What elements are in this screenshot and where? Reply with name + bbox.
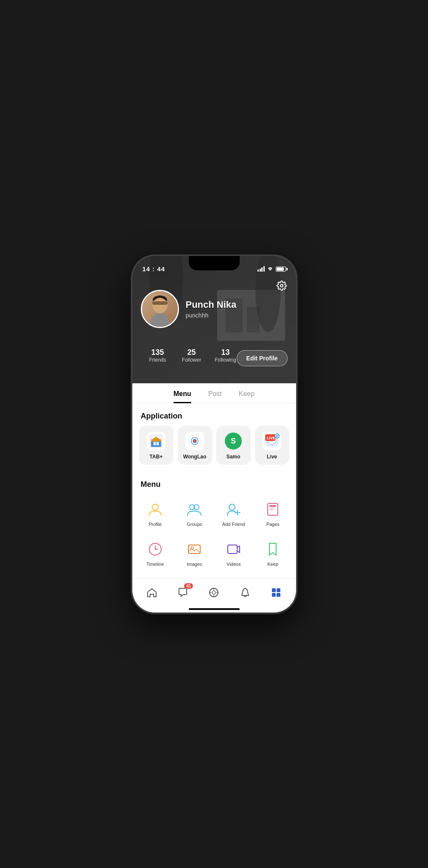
- friends-count: 135: [151, 348, 164, 357]
- messages-icon: 41: [174, 584, 191, 601]
- home-icon: [143, 584, 160, 601]
- menu-keep-label: Keep: [267, 561, 278, 567]
- main-content: Menu Post Keep Application: [132, 383, 296, 612]
- svg-rect-54: [277, 588, 280, 592]
- friends-label: Friends: [149, 357, 166, 363]
- battery-icon: [276, 267, 286, 272]
- app-live[interactable]: LIVE Live: [255, 426, 289, 465]
- menu-item-add-friend[interactable]: Add Friend: [214, 494, 254, 534]
- menu-add-friend-label: Add Friend: [222, 521, 245, 527]
- svg-point-48: [212, 591, 215, 594]
- following-label: Following: [215, 357, 236, 363]
- svg-rect-53: [272, 588, 276, 592]
- app-tab-plus[interactable]: TAB+: [139, 426, 173, 465]
- svg-rect-55: [272, 593, 276, 597]
- notifications-icon: [237, 584, 254, 601]
- wonglao-icon: [185, 432, 204, 450]
- videos-icon: [225, 541, 242, 558]
- svg-rect-56: [277, 593, 280, 597]
- keep-icon: [264, 541, 281, 558]
- svg-rect-32: [269, 505, 276, 507]
- signal-bars-icon: [257, 266, 265, 272]
- svg-rect-38: [228, 545, 237, 553]
- tab-keep[interactable]: Keep: [239, 390, 255, 403]
- grid-icon: [268, 584, 285, 601]
- app-grid: TAB+: [132, 426, 296, 472]
- timeline-icon: [147, 541, 164, 558]
- add-friend-icon: [225, 501, 242, 518]
- menu-item-groups[interactable]: Groups: [175, 494, 214, 534]
- profile-info: Punch Nika punchhh: [141, 290, 288, 328]
- svg-point-0: [280, 284, 283, 287]
- menu-videos-label: Videos: [227, 561, 241, 567]
- menu-profile-label: Profile: [148, 521, 162, 527]
- nav-messages[interactable]: 41: [174, 584, 191, 601]
- profile-name-section: Punch Nika punchhh: [186, 299, 237, 319]
- menu-images-label: Images: [187, 561, 202, 567]
- menu-item-images[interactable]: Images: [175, 534, 214, 574]
- samo-icon: S: [224, 432, 243, 450]
- groups-icon: [186, 501, 203, 518]
- menu-item-timeline[interactable]: Timeline: [136, 534, 175, 574]
- nav-grid[interactable]: [268, 584, 285, 601]
- following-count: 13: [221, 348, 229, 357]
- svg-point-28: [229, 504, 235, 510]
- application-section-title: Application: [132, 403, 296, 426]
- tab-plus-icon: [147, 432, 165, 450]
- app-live-label: Live: [267, 454, 277, 460]
- follower-label: Follower: [182, 357, 201, 363]
- tab-post[interactable]: Post: [208, 390, 222, 403]
- svg-rect-8: [157, 442, 159, 445]
- menu-item-pages[interactable]: Pages: [253, 494, 293, 534]
- follower-count: 25: [187, 348, 196, 357]
- avatar[interactable]: [141, 290, 179, 328]
- messages-badge: 41: [184, 583, 193, 589]
- svg-rect-3: [152, 301, 168, 305]
- bottom-nav: 41: [132, 579, 296, 612]
- nav-home[interactable]: [143, 584, 160, 601]
- nav-discover[interactable]: [205, 584, 222, 601]
- svg-point-24: [276, 435, 278, 437]
- edit-profile-button[interactable]: Edit Profile: [237, 350, 288, 366]
- profile-username: punchhh: [186, 312, 237, 319]
- app-wonglao[interactable]: WongLao: [178, 426, 212, 465]
- avatar-image: [142, 291, 178, 327]
- menu-item-keep[interactable]: Keep: [253, 534, 293, 574]
- menu-item-profile[interactable]: Profile: [136, 494, 175, 534]
- app-tab-plus-label: TAB+: [150, 454, 163, 460]
- menu-section-title: Menu: [132, 472, 296, 494]
- menu-groups-label: Groups: [187, 521, 202, 527]
- notch: [189, 256, 240, 270]
- friends-stat[interactable]: 135 Friends: [141, 348, 175, 363]
- profile-icon: [147, 501, 164, 518]
- pages-icon: [264, 501, 281, 518]
- phone-screen: 14 : 44: [132, 256, 296, 612]
- app-samo-label: Samo: [227, 454, 241, 460]
- phone-frame: 14 : 44: [131, 255, 297, 613]
- images-icon: [186, 541, 203, 558]
- tabs-row: Menu Post Keep: [132, 383, 296, 403]
- svg-text:S: S: [231, 437, 236, 445]
- svg-point-25: [152, 504, 158, 510]
- status-time: 14 : 44: [143, 265, 165, 272]
- app-samo[interactable]: S Samo: [216, 426, 251, 465]
- status-icons: [257, 266, 286, 272]
- svg-rect-36: [188, 545, 200, 553]
- tab-menu[interactable]: Menu: [173, 390, 191, 403]
- app-wonglao-label: WongLao: [183, 454, 206, 460]
- live-icon: LIVE: [263, 432, 281, 450]
- svg-rect-34: [269, 509, 274, 510]
- profile-name: Punch Nika: [186, 299, 237, 310]
- menu-timeline-label: Timeline: [146, 561, 164, 567]
- discover-icon: [205, 584, 222, 601]
- nav-notifications[interactable]: [237, 584, 254, 601]
- follower-stat[interactable]: 25 Follower: [175, 348, 209, 363]
- wifi-icon: [267, 266, 274, 272]
- menu-pages-label: Pages: [266, 521, 280, 527]
- menu-item-videos[interactable]: Videos: [214, 534, 254, 574]
- svg-text:LIVE: LIVE: [267, 436, 275, 440]
- home-indicator: [189, 608, 240, 610]
- svg-rect-33: [269, 508, 274, 508]
- svg-rect-7: [154, 442, 156, 445]
